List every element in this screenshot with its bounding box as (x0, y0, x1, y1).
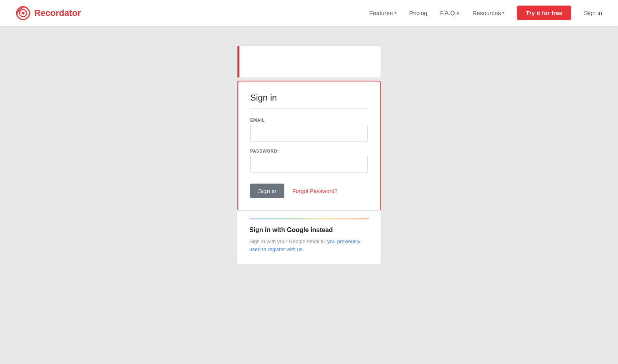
google-signin-description: Sign in with your Google email ID you pr… (249, 238, 369, 253)
form-actions: Sign in Forgot Password? (250, 184, 368, 198)
password-group: PASSWORD: (250, 149, 368, 172)
brand-logo[interactable]: Recordator (16, 6, 81, 20)
top-banner-card (237, 46, 381, 77)
nav-pricing[interactable]: Pricing (409, 10, 428, 16)
features-chevron-icon: ▾ (395, 11, 396, 15)
forgot-password-link[interactable]: Forgot Password? (292, 188, 338, 194)
google-signin-title: Sign in with Google instead (249, 227, 369, 234)
google-desc-text1: Sign in with your Google email ID (249, 238, 326, 244)
email-label: EMAIL (250, 118, 368, 122)
main-wrapper: Sign in EMAIL PASSWORD: Sign in Forgot P… (237, 46, 381, 264)
try-free-button[interactable]: Try it for free (517, 6, 571, 20)
brand-name: Recordator (34, 8, 81, 18)
nav-links: Features ▾ Pricing F.A.Q.s Resources ▾ T… (369, 6, 602, 20)
page-content: Sign in EMAIL PASSWORD: Sign in Forgot P… (0, 26, 618, 284)
nav-features[interactable]: Features ▾ (369, 10, 396, 16)
nav-signin-link[interactable]: Sign in (584, 10, 602, 16)
nav-resources[interactable]: Resources ▾ (472, 10, 505, 16)
navbar: Recordator Features ▾ Pricing F.A.Q.s Re… (0, 0, 618, 26)
email-group: EMAIL (250, 118, 368, 141)
google-divider (249, 219, 369, 219)
recordator-logo-icon (16, 6, 30, 20)
password-label: PASSWORD: (250, 149, 368, 153)
email-input[interactable] (250, 125, 368, 141)
google-signin-card: Sign in with Google instead Sign in with… (237, 210, 381, 264)
svg-point-2 (22, 12, 25, 14)
password-input[interactable] (250, 156, 368, 172)
nav-faqs[interactable]: F.A.Q.s (440, 10, 460, 16)
signin-title: Sign in (250, 93, 368, 109)
resources-chevron-icon: ▾ (502, 11, 504, 15)
signin-card: Sign in EMAIL PASSWORD: Sign in Forgot P… (237, 81, 381, 211)
signin-submit-button[interactable]: Sign in (250, 184, 284, 198)
